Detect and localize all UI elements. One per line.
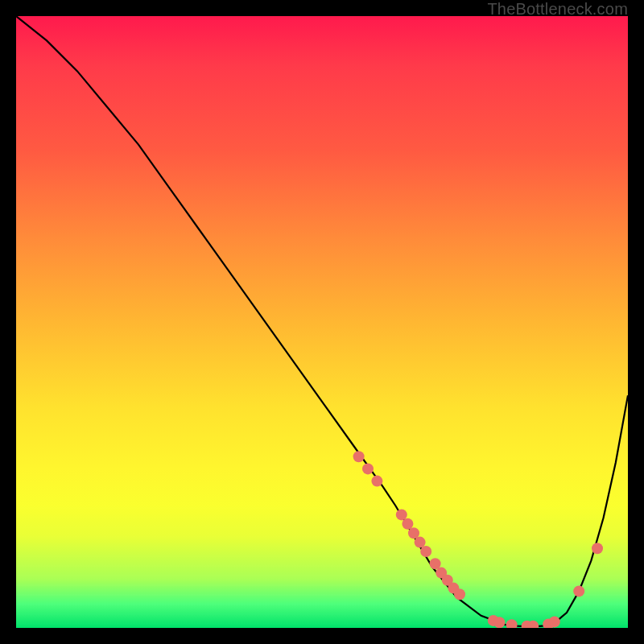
curve-marker (522, 621, 533, 628)
curve-marker (488, 615, 499, 626)
curve-markers (353, 451, 603, 628)
curve-marker (448, 583, 459, 594)
curve-marker (506, 619, 518, 628)
bottleneck-curve (16, 16, 628, 627)
chart-container: TheBottleneck.com (0, 0, 644, 644)
plot-banding (16, 507, 628, 628)
curve-layer (16, 16, 628, 628)
curve-marker (493, 617, 505, 628)
curve-marker (442, 575, 453, 586)
curve-marker (402, 518, 413, 530)
curve-marker (420, 546, 431, 557)
curve-marker (371, 476, 382, 487)
curve-marker (436, 568, 447, 579)
curve-marker (353, 451, 365, 462)
curve-marker (415, 537, 426, 548)
curve-marker (362, 463, 374, 474)
plot-area (16, 16, 628, 628)
curve-marker (592, 543, 603, 554)
curve-marker (396, 509, 407, 520)
curve-marker (573, 585, 584, 597)
curve-marker (408, 527, 419, 539)
curve-marker (549, 616, 560, 627)
curve-marker (454, 588, 465, 600)
curve-marker (430, 558, 441, 569)
curve-marker (543, 618, 554, 628)
curve-marker (527, 621, 539, 628)
